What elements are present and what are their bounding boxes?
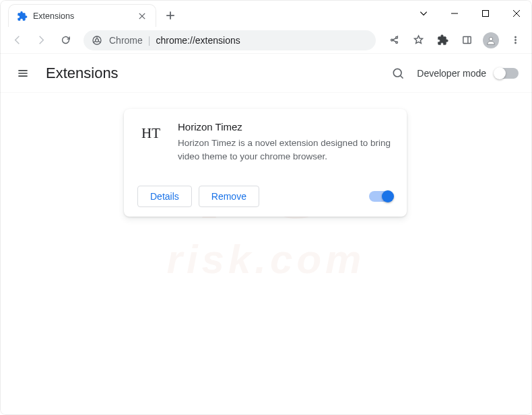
search-icon[interactable]: [387, 63, 409, 84]
svg-point-15: [489, 37, 492, 40]
extension-description: Horizon Timez is a novel extension desig…: [178, 137, 393, 164]
extensions-puzzle-icon[interactable]: [432, 30, 453, 50]
svg-point-16: [514, 36, 516, 38]
omnibox-text: Chrome | chrome://extensions: [109, 35, 240, 46]
developer-mode-toggle[interactable]: [494, 68, 519, 79]
remove-button[interactable]: Remove: [199, 186, 259, 207]
svg-point-11: [395, 37, 397, 39]
close-window-button[interactable]: [501, 0, 532, 27]
svg-point-10: [391, 39, 393, 41]
details-button[interactable]: Details: [137, 186, 192, 207]
reload-button[interactable]: [55, 30, 75, 50]
back-button[interactable]: [7, 30, 27, 50]
chrome-icon: [92, 35, 102, 46]
extension-name: Horizon Timez: [178, 121, 393, 133]
address-bar[interactable]: Chrome | chrome://extensions: [84, 30, 376, 50]
tab-close-button[interactable]: [137, 11, 147, 22]
caret-down-icon[interactable]: [408, 0, 439, 27]
maximize-button[interactable]: [470, 0, 501, 27]
share-icon[interactable]: [384, 30, 404, 50]
extension-puzzle-icon: [17, 11, 28, 22]
tab-extensions[interactable]: Extensions: [8, 4, 156, 27]
profile-avatar[interactable]: [481, 30, 501, 50]
extension-enable-toggle[interactable]: [369, 191, 393, 202]
bookmark-star-icon[interactable]: [408, 30, 428, 50]
hamburger-menu-icon[interactable]: [13, 64, 32, 83]
extensions-list: HT Horizon Timez Horizon Timez is a nove…: [0, 93, 532, 233]
extension-icon: HT: [137, 121, 164, 143]
forward-button[interactable]: [31, 30, 51, 50]
page-title: Extensions: [46, 65, 387, 82]
svg-line-23: [401, 75, 403, 78]
svg-rect-13: [463, 37, 470, 44]
developer-mode-label: Developer mode: [417, 68, 486, 79]
window-controls: [408, 0, 532, 27]
svg-point-17: [514, 39, 516, 40]
side-panel-icon[interactable]: [457, 30, 477, 50]
extension-card: HT Horizon Timez Horizon Timez is a nove…: [124, 109, 407, 217]
svg-point-12: [395, 42, 397, 44]
new-tab-button[interactable]: [160, 5, 180, 26]
tab-title: Extensions: [33, 11, 131, 21]
extensions-header: Extensions Developer mode: [0, 54, 532, 93]
minimize-button[interactable]: [439, 0, 470, 27]
svg-point-22: [394, 69, 402, 77]
svg-point-9: [96, 38, 99, 42]
svg-point-18: [514, 42, 516, 44]
svg-rect-1: [483, 11, 489, 17]
kebab-menu-icon[interactable]: [505, 30, 525, 50]
browser-toolbar: Chrome | chrome://extensions: [0, 27, 532, 54]
